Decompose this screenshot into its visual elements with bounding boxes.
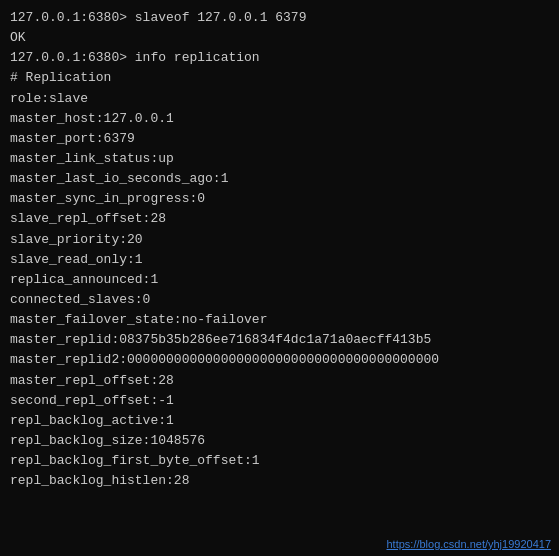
terminal-output: 127.0.0.1:6380> slaveof 127.0.0.1 6379OK…	[10, 8, 549, 491]
line-12: slave_priority:20	[10, 230, 549, 250]
line-6: master_host:127.0.0.1	[10, 109, 549, 129]
line-13: slave_read_only:1	[10, 250, 549, 270]
line-20: second_repl_offset:-1	[10, 391, 549, 411]
line-22: repl_backlog_size:1048576	[10, 431, 549, 451]
line-7: master_port:6379	[10, 129, 549, 149]
line-9: master_last_io_seconds_ago:1	[10, 169, 549, 189]
line-18: master_replid2:0000000000000000000000000…	[10, 350, 549, 370]
line-19: master_repl_offset:28	[10, 371, 549, 391]
watermark: https://blog.csdn.net/yhj19920417	[386, 538, 551, 550]
line-5: role:slave	[10, 89, 549, 109]
line-3: 127.0.0.1:6380> info replication	[10, 48, 549, 68]
terminal-window: 127.0.0.1:6380> slaveof 127.0.0.1 6379OK…	[0, 0, 559, 556]
line-15: connected_slaves:0	[10, 290, 549, 310]
line-1: 127.0.0.1:6380> slaveof 127.0.0.1 6379	[10, 8, 549, 28]
line-8: master_link_status:up	[10, 149, 549, 169]
line-16: master_failover_state:no-failover	[10, 310, 549, 330]
line-11: slave_repl_offset:28	[10, 209, 549, 229]
line-21: repl_backlog_active:1	[10, 411, 549, 431]
line-14: replica_announced:1	[10, 270, 549, 290]
line-23: repl_backlog_first_byte_offset:1	[10, 451, 549, 471]
line-17: master_replid:08375b35b286ee716834f4dc1a…	[10, 330, 549, 350]
line-24: repl_backlog_histlen:28	[10, 471, 549, 491]
line-4: # Replication	[10, 68, 549, 88]
line-2: OK	[10, 28, 549, 48]
line-10: master_sync_in_progress:0	[10, 189, 549, 209]
